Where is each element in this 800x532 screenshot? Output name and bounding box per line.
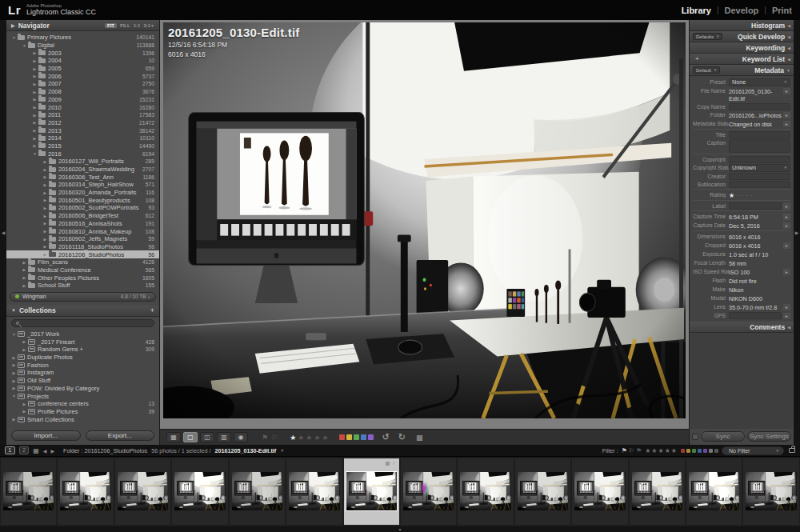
panel-quick-develop-header[interactable]: Defaults▼ Quick Develop ◀	[690, 31, 794, 42]
go-forward-icon[interactable]: ▶	[50, 448, 54, 454]
folder-row[interactable]: ▶20160502_ScottPOWPortraits93	[6, 204, 159, 212]
folder-row[interactable]: ▶20161206_StudioPhotos56	[6, 250, 159, 258]
go-back-icon[interactable]: ◀	[43, 448, 47, 454]
filter-color-chip[interactable]	[686, 449, 690, 453]
filmstrip-thumbnail[interactable]	[401, 458, 456, 525]
metadata-field[interactable]	[729, 173, 790, 180]
disclosure-triangle[interactable]: ▼	[31, 151, 38, 156]
rating-star[interactable]: ★	[314, 434, 320, 442]
disclosure-triangle[interactable]: ▶	[42, 190, 49, 195]
folder-row[interactable]: ▶20160204_ShaemaWedding2707	[6, 166, 159, 174]
disclosure-triangle[interactable]: ▶	[31, 128, 38, 133]
disclosure-triangle[interactable]: ▶	[11, 22, 15, 28]
metadata-action-button[interactable]: ▸	[783, 203, 790, 210]
filmstrip-thumbnail[interactable]: ▥ ↑	[344, 458, 399, 525]
filter-flag-icon[interactable]: ⚑	[622, 447, 627, 454]
disclosure-triangle[interactable]: ▶	[10, 355, 18, 360]
disclosure-triangle[interactable]: ▶	[42, 252, 49, 257]
disclosure-triangle[interactable]: ▶	[31, 50, 38, 55]
panel-keyword-list-header[interactable]: + Keyword List ◀	[690, 54, 794, 65]
color-label-chip[interactable]	[361, 434, 366, 440]
filmstrip-thumbnail[interactable]	[515, 458, 570, 525]
disclosure-triangle[interactable]: ▶	[42, 167, 49, 172]
metadata-action-button[interactable]: ▸	[783, 313, 790, 319]
disclosure-triangle[interactable]: ▼	[10, 35, 18, 40]
panel-keywording-header[interactable]: Keywording ◀	[690, 42, 794, 54]
disclosure-triangle[interactable]: ▶	[21, 283, 28, 288]
panel-metadata-header[interactable]: Default▼ Metadata ▼	[690, 65, 794, 76]
main-photo[interactable]	[163, 22, 686, 418]
grid-view-button[interactable]: ▦	[166, 432, 181, 442]
sync-settings-button[interactable]: Sync Settings	[747, 431, 791, 442]
metadata-action-button[interactable]: ▸	[783, 304, 790, 310]
loupe-view-button[interactable]: ▢	[183, 432, 198, 442]
filter-color-chip[interactable]	[709, 449, 713, 453]
disclosure-triangle[interactable]: ▶	[31, 113, 38, 118]
filmstrip-thumbnail[interactable]	[58, 458, 113, 525]
zoom-caret-icon[interactable]: ▼	[150, 23, 154, 28]
disclosure-triangle[interactable]: ▶	[42, 214, 49, 218]
folder-row[interactable]: ▶2005659	[6, 65, 159, 73]
collection-row[interactable]: ▶Smart Collections	[6, 415, 159, 423]
quick-develop-preset-dropdown[interactable]: Defaults▼	[693, 33, 722, 40]
disclosure-triangle[interactable]: ▼	[10, 394, 18, 398]
grid-view-icon[interactable]: ▦	[33, 447, 39, 454]
metadata-action-button[interactable]: ▸	[783, 242, 790, 249]
folder-row[interactable]: ▶201117583	[6, 111, 159, 119]
disclosure-triangle[interactable]: ▶	[42, 206, 49, 210]
metadata-action-button[interactable]: ▸	[783, 121, 790, 127]
folder-row[interactable]: ▶20161118_StudioPhotos98	[6, 243, 159, 251]
folder-row[interactable]: ▶Medical Conference565	[6, 266, 159, 274]
flag-icon[interactable]: ⚑	[262, 434, 268, 442]
metadata-field[interactable]	[729, 131, 790, 138]
add-keyword-button[interactable]: +	[693, 55, 702, 62]
disclosure-triangle[interactable]: ▶	[31, 120, 38, 125]
metadata-field[interactable]	[729, 181, 790, 188]
disclosure-triangle[interactable]: ▶	[31, 143, 38, 148]
metadata-preset-dropdown[interactable]: Default▼	[693, 66, 720, 74]
filmstrip-thumbnail[interactable]	[172, 458, 227, 525]
metadata-dropdown[interactable]: Unknown▼	[729, 164, 790, 172]
navigate-button[interactable]: ▩	[416, 434, 423, 442]
collection-row[interactable]: ▶POW: Divided By Category	[6, 385, 159, 393]
disclosure-triangle[interactable]: ▶	[42, 244, 49, 249]
disclosure-triangle[interactable]: ▼	[11, 308, 16, 313]
folder-row[interactable]: ▶201410110	[6, 134, 159, 142]
folder-row[interactable]: ▶20160314_Steph_HairShow571	[6, 181, 159, 189]
disclosure-triangle[interactable]: ▶	[42, 237, 49, 242]
rating-star[interactable]: ★	[290, 434, 296, 442]
folder-row[interactable]: ▶201016280	[6, 103, 159, 111]
disclosure-triangle[interactable]: ▶	[31, 97, 38, 102]
collection-row[interactable]: ▶Duplicate Photos	[6, 354, 159, 362]
color-label-chip[interactable]	[368, 434, 374, 440]
zoom-mode-1-1[interactable]: 1:1	[134, 23, 141, 28]
folder-row[interactable]: ▶200915231	[6, 96, 159, 104]
panel-histogram-header[interactable]: Histogram ◀	[690, 20, 794, 31]
filmstrip-thumbnail[interactable]	[572, 458, 627, 525]
disclosure-triangle[interactable]: ▶	[31, 66, 38, 71]
filter-stars[interactable]: ★★★★★	[645, 447, 678, 454]
folder-row[interactable]: ▶Film_scans4128	[6, 258, 159, 266]
filmstrip-thumbnail[interactable]	[686, 458, 742, 525]
sync-checkbox[interactable]	[692, 434, 698, 440]
filter-color-chip[interactable]	[681, 449, 685, 453]
disclosure-triangle[interactable]: ▶	[10, 386, 18, 390]
metadata-action-button[interactable]: ▸	[783, 269, 790, 275]
filter-flag-icon[interactable]: ⚑	[636, 447, 642, 454]
add-collection-button[interactable]: +	[150, 306, 154, 314]
folder-row[interactable]: ▶School Stuff155	[6, 282, 159, 290]
folder-row[interactable]: ▶20160306_Test_Ann1186	[6, 173, 159, 181]
filmstrip-thumbnail[interactable]	[743, 458, 798, 525]
disclosure-triangle[interactable]: ▶	[21, 347, 28, 352]
metadata-field[interactable]	[729, 156, 790, 163]
folder-row[interactable]: ▶20160902_Jeffs_Magnets59	[6, 235, 159, 243]
filmstrip-thumbnail[interactable]	[286, 458, 342, 525]
disclosure-triangle[interactable]: ▶	[21, 260, 28, 265]
folder-row[interactable]: ▼20166194	[6, 150, 159, 158]
disclosure-triangle[interactable]: ▶	[42, 159, 49, 164]
metadata-action-button[interactable]: ▸	[783, 112, 790, 118]
filter-color-chip[interactable]	[703, 449, 707, 453]
folder-row[interactable]: ▶20160516_AnnisaShots191	[6, 220, 159, 228]
folder-row[interactable]: ▶20160810_Annisa_Makeup108	[6, 227, 159, 235]
zoom-mode-3-1[interactable]: 3:1	[143, 23, 150, 28]
